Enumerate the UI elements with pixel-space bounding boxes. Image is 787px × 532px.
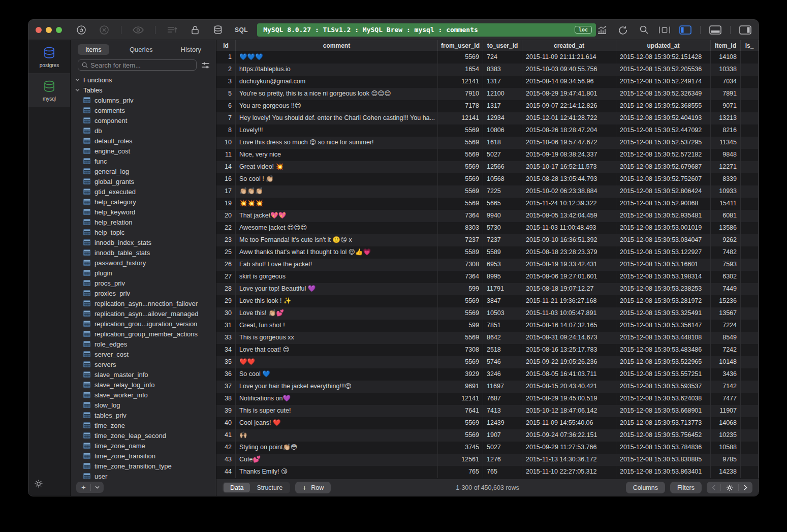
table-row[interactable]: 22Awesome jacket 😍😍😍830357302015-11-03 1… xyxy=(216,222,759,234)
cell-is_[interactable] xyxy=(741,112,759,124)
cell-created_at[interactable]: 2015-08-18 23:28:23.379 xyxy=(522,246,616,259)
cell-updated_at[interactable]: 2015-12-08 15:30:52.447092 xyxy=(616,124,711,137)
cell-from_user_id[interactable]: 5569 xyxy=(438,149,483,161)
cell-item_id[interactable]: 9848 xyxy=(711,149,741,161)
cell-comment[interactable]: That jacket💖💖 xyxy=(236,210,438,222)
cell-item_id[interactable]: 9262 xyxy=(711,234,741,246)
column-header-from_user_id[interactable]: from_user_id xyxy=(438,40,483,51)
cell-is_[interactable] xyxy=(741,356,759,368)
sidebar-table-item[interactable]: time_zone_name xyxy=(71,441,216,451)
center-layout-icon[interactable] xyxy=(658,24,671,36)
cell-comment[interactable]: Me too Fernanda! It's cute isn't it 🙂😘 x xyxy=(236,234,438,246)
cell-item_id[interactable]: 11345 xyxy=(711,137,741,149)
sidebar-table-item[interactable]: help_category xyxy=(71,197,216,207)
cell-created_at[interactable]: 2015-08-28 13:05:44.793 xyxy=(522,173,616,185)
tab-structure[interactable]: Structure xyxy=(250,483,289,492)
cell-to_user_id[interactable]: 7413 xyxy=(483,405,522,417)
cell-is_[interactable] xyxy=(741,222,759,234)
cell-updated_at[interactable]: 2015-12-08 15:30:52.752607 xyxy=(616,173,711,185)
column-header-id[interactable]: id xyxy=(216,40,236,51)
cell-to_user_id[interactable]: 5027 xyxy=(483,442,522,454)
column-header-comment[interactable]: comment xyxy=(236,40,438,51)
sidebar-table-item[interactable]: replication_asyn...ailover_managed xyxy=(71,308,216,319)
cell-updated_at[interactable]: 2015-12-08 15:30:53.713773 xyxy=(616,417,711,429)
sidebar-table-item[interactable]: replication_grou...iguration_version xyxy=(71,319,216,329)
cell-updated_at[interactable]: 2015-12-08 15:30:53.356147 xyxy=(616,320,711,332)
filters-button[interactable]: Filters xyxy=(670,482,702,493)
add-row-button[interactable]: + Row xyxy=(295,482,331,493)
cell-created_at[interactable]: 2015-09-07 22:14:12.826 xyxy=(522,100,616,112)
cell-comment[interactable]: Hey lovely! You should def. enter the Ch… xyxy=(236,112,438,124)
cell-id[interactable]: 28 xyxy=(216,283,236,295)
search-icon[interactable] xyxy=(638,24,650,36)
cell-comment[interactable]: Nice, very nice xyxy=(236,149,438,161)
cell-item_id[interactable]: 7477 xyxy=(711,393,741,405)
cell-item_id[interactable]: 6081 xyxy=(711,210,741,222)
lock-icon[interactable] xyxy=(189,24,201,36)
cell-created_at[interactable]: 2015-08-18 19:07:12.27 xyxy=(522,283,616,295)
cell-item_id[interactable]: 14238 xyxy=(711,466,741,478)
cell-id[interactable]: 23 xyxy=(216,234,236,246)
cell-is_[interactable] xyxy=(741,234,759,246)
cell-created_at[interactable]: 2015-11-24 10:12:39.322 xyxy=(522,198,616,210)
cell-id[interactable]: 43 xyxy=(216,454,236,466)
cell-id[interactable]: 26 xyxy=(216,259,236,271)
cell-to_user_id[interactable]: 7851 xyxy=(483,320,522,332)
cell-created_at[interactable]: 2015-08-14 09:34:56.96 xyxy=(522,76,616,88)
cell-from_user_id[interactable]: 3745 xyxy=(438,442,483,454)
cell-from_user_id[interactable]: 599 xyxy=(438,320,483,332)
cell-created_at[interactable]: 2015-08-19 19:33:42.431 xyxy=(522,259,616,271)
cell-updated_at[interactable]: 2015-12-08 15:30:53.198314 xyxy=(616,271,711,283)
cell-updated_at[interactable]: 2015-12-08 15:30:52.806424 xyxy=(616,185,711,198)
tab-queries[interactable]: Queries xyxy=(122,44,161,55)
left-panel-toggle-icon[interactable] xyxy=(679,25,691,35)
cell-from_user_id[interactable]: 765 xyxy=(438,466,483,478)
cell-updated_at[interactable]: 2015-12-08 15:30:52.572182 xyxy=(616,149,711,161)
next-page-button[interactable] xyxy=(739,485,752,490)
cell-from_user_id[interactable]: 5569 xyxy=(438,429,483,442)
database-icon[interactable] xyxy=(212,24,224,36)
cell-id[interactable]: 29 xyxy=(216,295,236,307)
table-row[interactable]: 11Nice, very nice556950272015-09-19 08:3… xyxy=(216,149,759,161)
tree-section-functions[interactable]: Functions xyxy=(71,75,216,85)
cell-created_at[interactable]: 2015-11-03 11:00:48.493 xyxy=(522,222,616,234)
cell-is_[interactable] xyxy=(741,137,759,149)
sidebar-table-item[interactable]: time_zone_transition xyxy=(71,451,216,461)
table-row[interactable]: 19💥💥💥556956652015-11-24 10:12:39.3222015… xyxy=(216,198,759,210)
cell-to_user_id[interactable]: 8383 xyxy=(483,64,522,76)
cell-updated_at[interactable]: 2015-12-08 15:30:53.16601 xyxy=(616,259,711,271)
cell-created_at[interactable]: 2015-08-16 13:25:17.783 xyxy=(522,344,616,356)
cell-comment[interactable]: ❤️❤️ xyxy=(236,356,438,368)
commit-log-icon[interactable] xyxy=(166,24,178,36)
cell-updated_at[interactable]: 2015-12-08 15:30:53.784836 xyxy=(616,442,711,454)
cell-id[interactable]: 20 xyxy=(216,210,236,222)
cell-item_id[interactable]: 8339 xyxy=(711,173,741,185)
connection-mysql[interactable]: mysql xyxy=(28,74,70,107)
cell-is_[interactable] xyxy=(741,149,759,161)
table-row[interactable]: 44Thanks Emily! 😘7657652015-11-10 22:27:… xyxy=(216,466,759,478)
cell-is_[interactable] xyxy=(741,429,759,442)
cell-comment[interactable]: 👏🏼👏🏼👏🏼 xyxy=(236,185,438,198)
cell-updated_at[interactable]: 2015-12-08 15:30:52.151428 xyxy=(616,51,711,64)
cell-item_id[interactable]: 7242 xyxy=(711,344,741,356)
cell-created_at[interactable]: 2015-09-29 11:27:53.766 xyxy=(522,442,616,454)
cell-comment[interactable]: Fab shot! Love the jacket! xyxy=(236,259,438,271)
table-row[interactable]: 33This is gorgeous xx556986422015-08-31 … xyxy=(216,332,759,344)
cell-item_id[interactable]: 15411 xyxy=(711,198,741,210)
eye-icon[interactable] xyxy=(132,24,144,36)
table-row[interactable]: 14Great video! 💥5569125662015-10-17 16:5… xyxy=(216,161,759,173)
cell-item_id[interactable]: 10235 xyxy=(711,429,741,442)
cell-to_user_id[interactable]: 11791 xyxy=(483,283,522,295)
cell-created_at[interactable]: 2015-11-21 19:36:27.168 xyxy=(522,295,616,307)
connect-icon[interactable] xyxy=(75,24,87,36)
cell-item_id[interactable]: 7224 xyxy=(711,320,741,332)
cell-from_user_id[interactable]: 12141 xyxy=(438,76,483,88)
cell-comment[interactable]: Great, fun shot ! xyxy=(236,320,438,332)
sidebar-table-item[interactable]: innodb_table_stats xyxy=(71,247,216,258)
sidebar-table-item[interactable]: plugin xyxy=(71,268,216,278)
tab-data[interactable]: Data xyxy=(224,483,250,492)
cell-is_[interactable] xyxy=(741,124,759,137)
cell-item_id[interactable]: 8549 xyxy=(711,332,741,344)
tab-items[interactable]: Items xyxy=(78,44,109,55)
sidebar-table-item[interactable]: time_zone xyxy=(71,420,216,430)
